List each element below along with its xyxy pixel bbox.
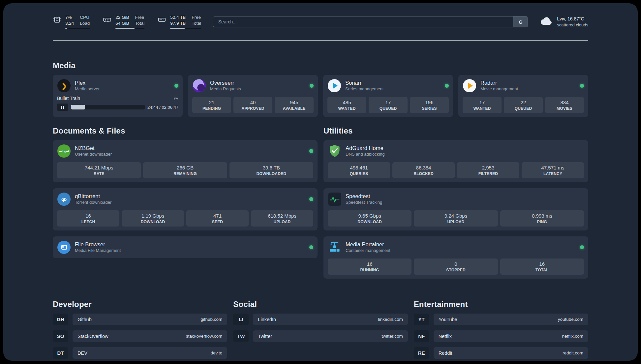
link-abbr: LI bbox=[233, 314, 249, 325]
media-grid: ❯ Plex Media server Bullet Train bbox=[53, 75, 588, 117]
section-title-media: Media bbox=[53, 61, 588, 70]
cpu-usage-value: 7% bbox=[65, 15, 74, 20]
service-subtitle: Container management bbox=[346, 248, 390, 254]
disk-free-value: 52.4 TB bbox=[170, 15, 186, 20]
playback-progress-bar[interactable] bbox=[71, 105, 145, 109]
stat-download: 9.65 GbpsDOWNLOAD bbox=[328, 210, 412, 227]
top-bar: 7% 3.24 CPU Load bbox=[53, 3, 588, 36]
service-name: Speedtest bbox=[346, 193, 382, 200]
stat-queued: 17QUEUED bbox=[369, 97, 408, 113]
link-row-dev: DT DEV dev.to bbox=[53, 347, 227, 359]
service-subtitle: Movie management bbox=[480, 86, 518, 92]
service-card-nzbget[interactable]: nzbget NZBGet Usenet downloader 744.21 M… bbox=[53, 140, 318, 182]
link-row-github: GH Github github.com bbox=[53, 314, 227, 325]
link-row-twitter: TW Twitter twitter.com bbox=[233, 330, 408, 342]
disk-free-label: Free bbox=[192, 15, 201, 20]
weather-widget: Lviv, 16.87°C scattered clouds bbox=[540, 16, 588, 28]
service-subtitle: Torrent downloader bbox=[75, 200, 111, 205]
stat-upload: 618.52 MbpsUPLOAD bbox=[251, 210, 313, 227]
link-linkedin[interactable]: LinkedIn linkedin.com bbox=[253, 314, 408, 325]
stat-queries: 498,461QUERIES bbox=[328, 162, 390, 178]
service-name: File Browser bbox=[75, 241, 121, 248]
status-dot bbox=[445, 84, 449, 88]
gear-icon[interactable] bbox=[173, 96, 178, 101]
disk-widget: 52.4 TB 97.9 TB Free Total bbox=[158, 15, 201, 29]
status-dot bbox=[309, 197, 313, 201]
now-playing-title: Bullet Train bbox=[57, 96, 80, 101]
stat-remaining: 266 GBREMAINING bbox=[143, 162, 227, 178]
service-name: Radarr bbox=[480, 79, 518, 86]
link-abbr: DT bbox=[53, 347, 68, 359]
status-dot bbox=[174, 84, 178, 88]
speedtest-icon bbox=[328, 192, 342, 206]
stat-stopped: 0STOPPED bbox=[414, 258, 498, 275]
stat-movies: 834MOVIES bbox=[545, 97, 584, 113]
stat-available: 945AVAILABLE bbox=[275, 97, 314, 113]
memory-progress-bar bbox=[115, 28, 144, 29]
sonarr-icon bbox=[327, 79, 341, 93]
link-row-netflix: NF Netflix netflix.com bbox=[414, 330, 588, 342]
service-name: qBittorrent bbox=[75, 193, 111, 200]
service-card-filebrowser[interactable]: File Browser Media File Management bbox=[53, 236, 318, 258]
link-reddit[interactable]: Reddit reddit.com bbox=[434, 347, 588, 359]
link-abbr: SO bbox=[53, 330, 68, 342]
service-card-sonarr[interactable]: Sonarr Series management 485WANTED 17QUE… bbox=[323, 75, 453, 117]
link-dev[interactable]: DEV dev.to bbox=[73, 347, 227, 359]
link-abbr: RE bbox=[414, 347, 429, 359]
service-card-portainer[interactable]: Media Portainer Container management 16R… bbox=[323, 236, 588, 279]
search-input[interactable] bbox=[213, 16, 513, 27]
section-title-social: Social bbox=[233, 300, 408, 309]
link-row-youtube: YT YouTube youtube.com bbox=[414, 314, 588, 325]
memory-widget: 22 GiB 64 GiB Free Total bbox=[103, 15, 144, 29]
search-bar: G bbox=[213, 16, 528, 27]
stat-downloaded: 39.6 TBDOWNLOADED bbox=[229, 162, 313, 178]
section-title-documents: Documents & Files bbox=[53, 126, 318, 136]
stat-ping: 0.993 msPING bbox=[500, 210, 584, 227]
search-provider-button[interactable]: G bbox=[513, 16, 528, 27]
service-card-adguard[interactable]: AdGuard Home DNS and adblocking 498,461Q… bbox=[323, 140, 588, 182]
service-name: Overseerr bbox=[210, 79, 241, 86]
link-stackoverflow[interactable]: StackOverflow stackoverflow.com bbox=[73, 330, 227, 342]
service-subtitle: Media Requests bbox=[210, 86, 241, 92]
status-dot bbox=[309, 149, 313, 153]
link-abbr: YT bbox=[414, 314, 429, 325]
service-card-overseerr[interactable]: Overseerr Media Requests 21PENDING 40APP… bbox=[188, 75, 318, 117]
service-subtitle: Media File Management bbox=[75, 248, 121, 254]
stat-leech: 16LEECH bbox=[57, 210, 119, 227]
link-abbr: NF bbox=[414, 330, 429, 342]
header-divider bbox=[53, 40, 588, 41]
service-name: Sonarr bbox=[345, 79, 383, 86]
stat-latency: 47.571 msLATENCY bbox=[522, 162, 584, 178]
section-title-utilities: Utilities bbox=[323, 126, 588, 136]
memory-total-value: 64 GiB bbox=[115, 20, 129, 26]
status-dot bbox=[580, 245, 584, 249]
link-twitter[interactable]: Twitter twitter.com bbox=[253, 330, 408, 342]
link-github[interactable]: Github github.com bbox=[73, 314, 227, 325]
stat-pending: 21PENDING bbox=[192, 97, 231, 113]
pause-button[interactable] bbox=[57, 104, 68, 111]
stat-queued: 22QUEUED bbox=[504, 97, 543, 113]
qbittorrent-icon: qb bbox=[57, 192, 71, 206]
cpu-progress-bar bbox=[65, 28, 90, 29]
service-subtitle: Usenet downloader bbox=[75, 152, 112, 157]
stat-wanted: 17WANTED bbox=[463, 97, 502, 113]
service-subtitle: DNS and adblocking bbox=[346, 152, 385, 157]
memory-free-value: 22 GiB bbox=[115, 15, 129, 20]
portainer-icon bbox=[328, 240, 342, 254]
service-card-plex[interactable]: ❯ Plex Media server Bullet Train bbox=[53, 75, 183, 117]
overseerr-icon bbox=[192, 79, 206, 93]
link-row-stackoverflow: SO StackOverflow stackoverflow.com bbox=[53, 330, 227, 342]
link-youtube[interactable]: YouTube youtube.com bbox=[434, 314, 588, 325]
service-name: AdGuard Home bbox=[346, 145, 385, 152]
stat-total: 16TOTAL bbox=[500, 258, 584, 275]
link-netflix[interactable]: Netflix netflix.com bbox=[434, 330, 588, 342]
service-name: Media Portainer bbox=[346, 241, 390, 248]
resource-widgets: 7% 3.24 CPU Load bbox=[53, 15, 201, 29]
service-card-qbittorrent[interactable]: qb qBittorrent Torrent downloader 16LEEC… bbox=[53, 188, 318, 230]
stat-upload: 9.24 GbpsUPLOAD bbox=[414, 210, 498, 227]
service-card-radarr[interactable]: Radarr Movie management 17WANTED 22QUEUE… bbox=[458, 75, 588, 117]
service-card-speedtest[interactable]: Speedtest Speedtest Tracking 9.65 GbpsDO… bbox=[323, 188, 588, 230]
memory-icon bbox=[103, 15, 111, 25]
status-dot bbox=[309, 245, 313, 249]
stat-rate: 744.21 MbpsRATE bbox=[57, 162, 141, 178]
